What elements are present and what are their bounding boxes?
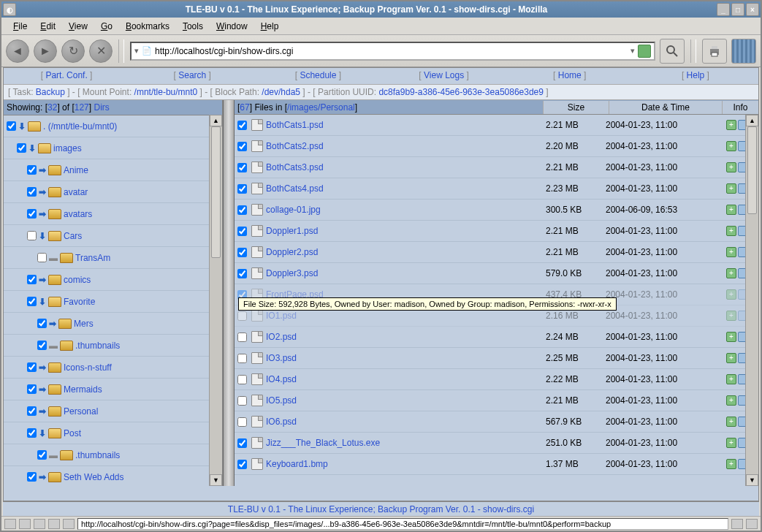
- block-link[interactable]: /dev/hda5: [262, 87, 300, 97]
- file-name[interactable]: IO1.psd: [266, 311, 540, 321]
- tree-checkbox[interactable]: [27, 384, 37, 394]
- task-link[interactable]: Backup: [36, 87, 65, 97]
- file-name[interactable]: Doppler1.psd: [266, 226, 540, 236]
- file-checkbox[interactable]: [237, 354, 247, 363]
- collapse-icon[interactable]: ⬇: [28, 143, 36, 153]
- go-button[interactable]: [638, 45, 651, 58]
- scroll-down-button[interactable]: ▼: [210, 474, 222, 486]
- tree-label[interactable]: . (/mnt/tle-bu/mnt0): [43, 121, 117, 132]
- tree-checkbox[interactable]: [37, 450, 47, 460]
- file-checkbox[interactable]: [237, 163, 247, 172]
- tree-checkbox[interactable]: [27, 275, 37, 284]
- file-checkbox[interactable]: [237, 438, 247, 448]
- minimize-button[interactable]: _: [717, 3, 730, 16]
- history-dropdown-icon[interactable]: ▾: [630, 46, 635, 56]
- file-name[interactable]: IO3.psd: [266, 353, 540, 363]
- mount-link[interactable]: /mnt/tle-bu/mnt0: [134, 87, 198, 97]
- menu-window[interactable]: Window: [210, 20, 254, 33]
- security-icon[interactable]: [746, 519, 758, 529]
- file-name[interactable]: BothCats3.psd: [266, 162, 540, 172]
- file-checkbox[interactable]: [237, 142, 247, 151]
- tree-label[interactable]: TransAm: [75, 253, 110, 263]
- pane-splitter[interactable]: [223, 100, 235, 486]
- file-name[interactable]: IO4.psd: [266, 374, 540, 384]
- tree-label[interactable]: Icons-n-stuff: [64, 362, 112, 373]
- tree-checkbox[interactable]: [27, 428, 37, 438]
- add-icon[interactable]: +: [726, 374, 736, 384]
- window-menu-icon[interactable]: ◐: [3, 3, 16, 16]
- current-path[interactable]: /images/Personal: [287, 102, 355, 113]
- tree-label[interactable]: Mermaids: [64, 384, 102, 395]
- menu-view[interactable]: View: [63, 20, 94, 33]
- add-icon[interactable]: +: [726, 247, 736, 257]
- file-name[interactable]: Jizz___The_Black_Lotus.exe: [266, 438, 540, 448]
- file-name[interactable]: BothCats1.psd: [266, 120, 540, 130]
- tree-checkbox[interactable]: [37, 341, 47, 350]
- expand-icon[interactable]: ➡: [39, 362, 46, 373]
- expand-icon[interactable]: ➡: [49, 319, 56, 329]
- file-name[interactable]: collage-01.jpg: [266, 205, 540, 215]
- print-button[interactable]: [702, 39, 727, 64]
- add-icon[interactable]: +: [726, 289, 736, 300]
- add-icon[interactable]: +: [726, 311, 736, 321]
- tree-label[interactable]: avatars: [64, 209, 92, 219]
- scroll-thumb[interactable]: [747, 126, 757, 214]
- tree-label[interactable]: .thumbnails: [75, 450, 120, 460]
- scroll-thumb[interactable]: [211, 126, 221, 258]
- scroll-up-button[interactable]: ▲: [746, 115, 758, 126]
- expand-icon[interactable]: ➡: [39, 472, 46, 482]
- file-checkbox[interactable]: [237, 227, 247, 236]
- file-count[interactable]: 67: [240, 102, 249, 113]
- file-checkbox[interactable]: [237, 269, 247, 278]
- file-checkbox[interactable]: [237, 248, 247, 257]
- info-column-header[interactable]: Info: [722, 101, 758, 114]
- tree-checkbox[interactable]: [27, 297, 37, 306]
- file-checkbox[interactable]: [237, 332, 247, 342]
- tree-checkbox[interactable]: [17, 143, 26, 153]
- search-button[interactable]: [660, 39, 685, 64]
- file-name[interactable]: BothCats2.psd: [266, 141, 540, 151]
- expand-icon[interactable]: ➡: [39, 187, 46, 197]
- mozilla-icon[interactable]: [4, 519, 16, 529]
- addressbook-icon[interactable]: [48, 519, 60, 529]
- collapse-icon[interactable]: ⬇: [18, 121, 26, 132]
- tree-checkbox[interactable]: [27, 187, 37, 197]
- total-count[interactable]: 127: [75, 102, 89, 113]
- file-name[interactable]: IO5.psd: [266, 395, 540, 406]
- close-button[interactable]: ×: [746, 3, 759, 16]
- reload-button[interactable]: ↻: [61, 39, 85, 63]
- expand-icon[interactable]: ➡: [39, 406, 46, 417]
- tree-checkbox[interactable]: [27, 165, 37, 175]
- stop-button[interactable]: ✕: [89, 39, 113, 63]
- tree-label[interactable]: Mers: [74, 319, 94, 329]
- maximize-button[interactable]: □: [731, 3, 744, 16]
- tree-checkbox[interactable]: [27, 209, 37, 218]
- add-icon[interactable]: +: [726, 162, 736, 172]
- tree-checkbox[interactable]: [27, 231, 37, 240]
- scroll-up-button[interactable]: ▲: [210, 115, 222, 126]
- add-icon[interactable]: +: [726, 438, 736, 448]
- add-icon[interactable]: +: [726, 268, 736, 278]
- add-icon[interactable]: +: [726, 395, 736, 406]
- expand-icon[interactable]: ➡: [39, 275, 46, 285]
- tree-checkbox[interactable]: [27, 406, 37, 416]
- file-name[interactable]: IO6.psd: [266, 417, 540, 427]
- expand-icon[interactable]: ➡: [39, 209, 46, 219]
- size-column-header[interactable]: Size: [543, 101, 609, 114]
- add-icon[interactable]: +: [726, 459, 736, 469]
- file-checkbox[interactable]: [237, 417, 247, 427]
- tree-label[interactable]: comics: [64, 275, 91, 285]
- add-icon[interactable]: +: [726, 183, 736, 194]
- navtab-home[interactable]: [ Home ]: [507, 68, 633, 84]
- collapse-icon[interactable]: ⬇: [39, 231, 46, 241]
- navtab-part-conf-[interactable]: [ Part. Conf. ]: [4, 68, 129, 84]
- collapse-icon[interactable]: ⬇: [39, 297, 46, 307]
- navtab-search[interactable]: [ Search ]: [129, 68, 255, 84]
- tree-checkbox[interactable]: [37, 253, 47, 262]
- tree-label[interactable]: Anime: [64, 165, 88, 175]
- tree-label[interactable]: images: [53, 143, 82, 153]
- add-icon[interactable]: +: [726, 120, 736, 130]
- tree-scrollbar[interactable]: ▲ ▼: [209, 115, 222, 486]
- file-checkbox[interactable]: [237, 311, 247, 321]
- file-checkbox[interactable]: [237, 396, 247, 406]
